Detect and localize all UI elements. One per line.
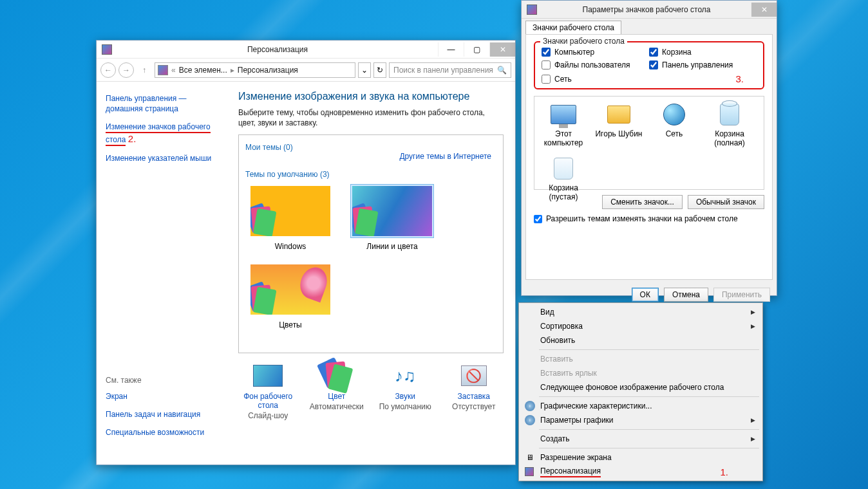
ctx-graphics-options[interactable]: i Параметры графики xyxy=(521,413,760,427)
ctx-paste: Вставить xyxy=(521,352,760,366)
default-icon-button[interactable]: Обычный значок xyxy=(688,195,764,209)
theme-lines-colors[interactable]: Линии и цвета xyxy=(347,184,437,251)
breadcrumb-history[interactable]: ⌄ xyxy=(358,62,371,78)
cancel-button[interactable]: Отмена xyxy=(664,288,708,302)
annotation-3: 3. xyxy=(649,73,757,84)
forward-button[interactable]: → xyxy=(118,62,134,78)
dialog-title: Параметры значков рабочего стола xyxy=(542,5,751,14)
sidebar-change-desktop-icons[interactable]: Изменение значков рабочего стола 2. xyxy=(106,122,223,145)
option-color[interactable]: Цвет Автоматически xyxy=(307,362,367,420)
ctx-new[interactable]: Создать xyxy=(521,432,760,446)
ctx-graphics-properties[interactable]: i Графические характеристики... xyxy=(521,399,760,413)
desktop-icons-group: Значки рабочего стола Компьютер Корзина … xyxy=(534,41,764,89)
default-themes-label: Темы по умолчанию (3) xyxy=(245,170,496,179)
ctx-personalize[interactable]: Персонализация 1. xyxy=(521,465,760,479)
sidebar-taskbar[interactable]: Панель задач и навигация xyxy=(106,409,223,420)
icon-network[interactable]: Сеть xyxy=(650,102,698,148)
sidebar: Панель управления — домашняя страница Из… xyxy=(97,82,232,465)
main-panel: Изменение изображения и звука на компьют… xyxy=(232,82,515,465)
desktop-context-menu: Вид Сортировка Обновить Вставить Вставит… xyxy=(518,302,763,481)
sidebar-change-pointers[interactable]: Изменение указателей мыши xyxy=(106,153,223,163)
dialog-icon xyxy=(527,5,537,15)
icon-recycle-empty[interactable]: Корзина (пустая) xyxy=(540,156,587,202)
check-recycle-bin[interactable]: Корзина xyxy=(649,48,757,57)
tab-strip: Значки рабочего стола xyxy=(522,19,777,34)
nav-toolbar: ← → ↑ « Все элемен... ▸ Персонализация ⌄… xyxy=(97,59,515,82)
intel-icon: i xyxy=(525,401,535,411)
see-also-header: См. также xyxy=(106,376,223,385)
intel-icon: i xyxy=(525,415,535,425)
dialog-close-button[interactable]: ✕ xyxy=(751,3,777,17)
refresh-button[interactable]: ↻ xyxy=(373,62,386,78)
breadcrumb-icon xyxy=(158,65,168,75)
monitor-icon: 🖥 xyxy=(525,452,535,463)
back-button[interactable]: ← xyxy=(100,62,116,78)
minimize-button[interactable]: — xyxy=(438,42,464,57)
change-icon-button[interactable]: Сменить значок... xyxy=(602,195,683,209)
desktop-icons-dialog: Параметры значков рабочего стола ✕ Значк… xyxy=(521,0,777,296)
sidebar-display[interactable]: Экран xyxy=(106,391,223,401)
themes-list[interactable]: Мои темы (0) Другие темы в Интернете Тем… xyxy=(238,134,504,353)
option-screensaver[interactable]: Заставка Отсутствует xyxy=(444,362,504,420)
annotation-2: 2. xyxy=(128,133,137,144)
annotation-1: 1. xyxy=(720,466,728,477)
my-themes-label: Мои темы (0) xyxy=(245,143,496,152)
apply-button: Применить xyxy=(713,288,770,302)
tab-desktop-icons[interactable]: Значки рабочего стола xyxy=(525,21,621,34)
ctx-sort[interactable]: Сортировка xyxy=(521,319,760,333)
personalize-icon xyxy=(525,467,534,476)
ctx-refresh[interactable]: Обновить xyxy=(521,333,760,347)
option-sounds[interactable]: ♪♫ Звуки По умолчанию xyxy=(375,362,435,420)
theme-windows[interactable]: Windows xyxy=(245,184,335,251)
sidebar-ease-of-access[interactable]: Специальные возможности xyxy=(106,427,223,438)
check-network[interactable]: Сеть xyxy=(542,73,649,84)
ctx-next-background[interactable]: Следующее фоновое изображение рабочего с… xyxy=(521,380,760,394)
check-computer[interactable]: Компьютер xyxy=(542,48,649,57)
ctx-paste-shortcut: Вставить ярлык xyxy=(521,366,760,380)
ok-button[interactable]: ОК xyxy=(632,288,659,302)
options-row: Фон рабочего стола Слайд-шоу Цвет Автома… xyxy=(238,362,504,420)
close-button[interactable]: ✕ xyxy=(489,42,515,57)
option-background[interactable]: Фон рабочего стола Слайд-шоу xyxy=(238,362,298,420)
ctx-screen-resolution[interactable]: 🖥 Разрешение экрана xyxy=(521,450,760,465)
personalization-window: Персонализация — ▢ ✕ ← → ↑ « Все элемен.… xyxy=(96,40,516,465)
check-user-files[interactable]: Файлы пользователя xyxy=(542,60,649,69)
maximize-button[interactable]: ▢ xyxy=(464,42,489,57)
sidebar-home[interactable]: Панель управления — домашняя страница xyxy=(106,93,223,114)
up-button[interactable]: ↑ xyxy=(137,62,152,78)
search-input[interactable]: Поиск в панели управления 🔍 xyxy=(389,62,511,78)
search-icon: 🔍 xyxy=(497,66,507,75)
ctx-view[interactable]: Вид xyxy=(521,305,760,319)
theme-flowers[interactable]: Цветы xyxy=(245,263,335,329)
app-icon xyxy=(102,44,112,55)
page-heading: Изменение изображения и звука на компьют… xyxy=(238,91,504,102)
icon-recycle-full[interactable]: Корзина (полная) xyxy=(706,102,753,148)
icon-this-pc[interactable]: Этот компьютер xyxy=(540,102,587,148)
window-title: Персонализация xyxy=(117,45,438,54)
online-themes-link[interactable]: Другие темы в Интернете xyxy=(399,152,491,161)
page-subtext: Выберите тему, чтобы одновременно измени… xyxy=(238,107,504,128)
allow-themes-check[interactable]: Разрешить темам изменять значки на рабоч… xyxy=(534,214,764,223)
icons-preview[interactable]: Этот компьютер Игорь Шубин Сеть Корзина … xyxy=(534,96,764,190)
check-control-panel[interactable]: Панель управления xyxy=(649,60,757,69)
titlebar: Персонализация — ▢ ✕ xyxy=(97,41,515,59)
breadcrumb[interactable]: « Все элемен... ▸ Персонализация xyxy=(155,62,355,78)
icon-user-folder[interactable]: Игорь Шубин xyxy=(595,102,643,148)
